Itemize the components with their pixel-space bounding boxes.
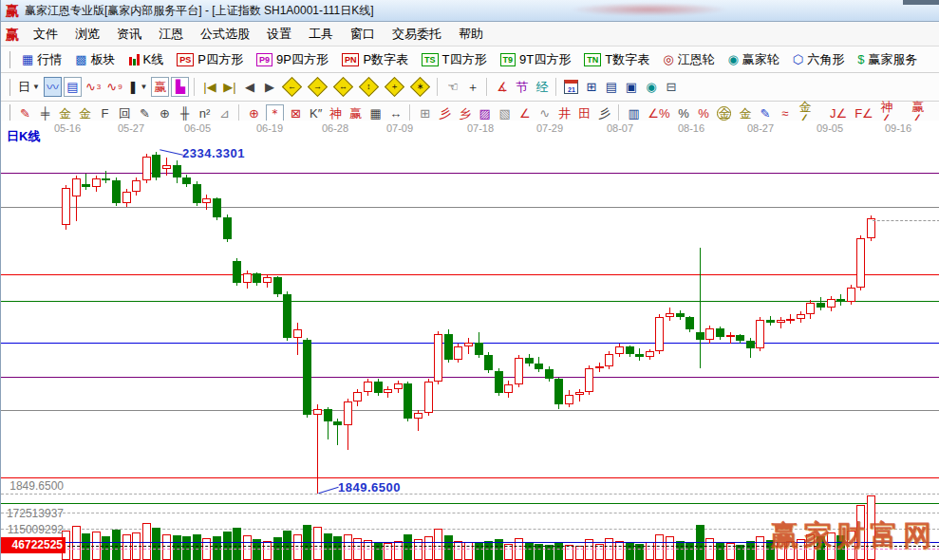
fit-all-diamond-button[interactable]: ∗ (408, 77, 432, 97)
first-page-button[interactable]: |◀ (200, 77, 218, 97)
wave-9-button[interactable]: ∿9 (104, 77, 123, 97)
prev-bar-button[interactable]: ◀ (240, 77, 258, 97)
percent-button[interactable]: % (675, 104, 691, 121)
hand-tool-button[interactable]: ☜ (443, 77, 461, 97)
win-angle-button[interactable]: 赢∠ (910, 104, 937, 121)
candle (525, 358, 534, 364)
crosshair-tool-button[interactable]: ＋ (463, 77, 481, 97)
blue-pencil-button[interactable]: ✎ (757, 104, 773, 121)
pencil-grid-button[interactable]: ✎ (137, 104, 153, 121)
shen-grid-icon: 神 (329, 107, 342, 120)
menu-item-1[interactable]: 浏览 (66, 23, 108, 46)
well-grid-button[interactable]: 井 (556, 104, 573, 121)
menu-item-3[interactable]: 江恩 (150, 23, 192, 46)
shen-angle-button[interactable]: 神∠ (879, 104, 907, 121)
angle-lines-button[interactable]: ∠ (516, 104, 533, 121)
fan-lines-button[interactable]: 乡 (457, 104, 473, 121)
volume-profile-button[interactable]: ▙ (171, 77, 189, 97)
quotes-button[interactable]: ▦行情 (15, 48, 68, 71)
gann-wheel-button[interactable]: ◎江恩轮 (656, 48, 721, 71)
percent-slope-button[interactable]: ∠% (646, 104, 671, 121)
circle-grid-button[interactable]: ⊕ (157, 104, 173, 121)
candle (666, 313, 674, 317)
p-square-button[interactable]: PSP四方形 (170, 48, 250, 71)
rays-button[interactable]: 彡 (437, 104, 453, 121)
gold-grid-2-button[interactable]: 金 (77, 104, 93, 121)
9t-square-button[interactable]: T99T四方形 (494, 48, 578, 71)
k-measure-button[interactable]: K″ (308, 104, 324, 121)
volume-bar (615, 541, 624, 560)
shaded-box-button[interactable]: ▧ (497, 104, 513, 121)
pan-vertical-diamond-button[interactable]: ↕ (357, 77, 381, 97)
field-grid-button[interactable]: 田 (576, 104, 592, 121)
menu-item-2[interactable]: 资讯 (108, 23, 150, 46)
spiral-grid-button[interactable]: 回 (117, 104, 133, 121)
win-grid-button[interactable]: 赢 (347, 104, 364, 121)
number-grid-button[interactable]: ▦ (367, 104, 384, 121)
flag-line-button[interactable]: ⊿ (216, 104, 233, 121)
zigzag-line-button[interactable]: ∿ (536, 104, 553, 121)
menu-item-5[interactable]: 设置 (258, 23, 300, 46)
candle (182, 177, 191, 184)
menu-item-6[interactable]: 工具 (300, 23, 342, 46)
menu-item-9[interactable]: 帮助 (450, 23, 492, 46)
wave-3-button[interactable]: ∿3 (84, 77, 103, 97)
menu-item-0[interactable]: 文件 (25, 23, 66, 46)
f-grid-button[interactable]: F (97, 104, 113, 121)
gold-circle-button[interactable]: 金 (715, 104, 733, 121)
t-square-button[interactable]: TST四方形 (415, 48, 493, 71)
neural-analysis-button[interactable]: 经 (533, 77, 551, 97)
purple-box-button[interactable]: ▨ (477, 104, 493, 121)
pan-left-diamond-button[interactable]: ← (280, 77, 304, 97)
t-number-table-button[interactable]: TNT数字表 (577, 48, 656, 71)
sectors-button[interactable]: ▩板块 (68, 48, 122, 71)
hexagon-button[interactable]: ⬡六角形 (786, 48, 851, 71)
grid-ruler-button[interactable]: ╪ (37, 104, 53, 121)
p-number-table-button[interactable]: PNP数字表 (335, 48, 415, 71)
menu-item-4[interactable]: 公式选股 (192, 23, 258, 46)
gold-angle-button[interactable]: 金∠ (797, 104, 824, 121)
star-box-button[interactable]: ＊ (266, 104, 284, 121)
angle-measure-button[interactable]: ∡ (493, 77, 511, 97)
time-cycle-button[interactable]: 节 (513, 77, 531, 97)
pan-horizontal-diamond-button[interactable]: ↔ (331, 77, 355, 97)
pan-right-diamond-button[interactable]: → (306, 77, 329, 97)
period-day-dropdown-button[interactable]: 日▼ (16, 77, 42, 97)
three-lines-button[interactable]: 彡 (596, 104, 612, 121)
save-button[interactable]: ▣ (622, 77, 640, 97)
f-angle-button[interactable]: F∠ (853, 104, 875, 121)
box-target-button[interactable]: ⊠ (288, 104, 304, 121)
kline-chart[interactable]: 日K线 05-1605-2706-0506-1906-2807-0907-180… (1, 121, 939, 560)
trend-tool-button[interactable]: 〰 (44, 77, 62, 97)
next-bar-button[interactable]: ▶ (260, 77, 278, 97)
candle-style-dropdown-button[interactable]: ❚▼ (126, 77, 150, 97)
last-page-button[interactable]: ▶| (220, 77, 238, 97)
j-angle-button[interactable]: J∠ (828, 104, 849, 121)
f10-info-button[interactable]: ▤ (64, 77, 82, 97)
span-measure-button[interactable]: ↔ (387, 104, 404, 121)
draw-pencil-button[interactable]: ✎ (17, 104, 33, 121)
n-squared-button[interactable]: n² (197, 104, 213, 121)
menu-item-8[interactable]: 交易委托 (384, 23, 450, 46)
window-grid-button[interactable]: ⊞ (417, 104, 433, 121)
gold-grid-1-button[interactable]: 金 (57, 104, 73, 121)
percent-line-button[interactable]: % (695, 104, 711, 121)
report-button[interactable]: ▤ (602, 77, 620, 97)
wave-band-button[interactable]: ≈ (777, 104, 793, 121)
comb-grid-button[interactable]: ╫ (177, 104, 193, 121)
gann-shape-button[interactable]: 赢 (151, 77, 169, 97)
stats-panel-button[interactable]: ▥ (626, 104, 642, 121)
print-button[interactable]: ⊟ (662, 77, 680, 97)
winner-wheel-button[interactable]: ◉赢家轮 (722, 48, 786, 71)
calendar-button[interactable]: 21 (562, 77, 580, 97)
shen-grid-button[interactable]: 神 (328, 104, 344, 121)
circle-cross-button[interactable]: ⊕ (246, 104, 262, 121)
kline-button[interactable]: K线 (122, 48, 171, 71)
winner-service-button[interactable]: $赢家服务 (851, 48, 924, 71)
menu-item-7[interactable]: 窗口 (342, 23, 384, 46)
calculator-button[interactable]: ⊞ (582, 77, 600, 97)
web-page-button[interactable]: ◉ (642, 77, 660, 97)
9p-square-button[interactable]: P99P四方形 (250, 48, 335, 71)
center-view-diamond-button[interactable]: ＋ (383, 77, 406, 97)
gold-lines-button[interactable]: 金 (737, 104, 753, 121)
